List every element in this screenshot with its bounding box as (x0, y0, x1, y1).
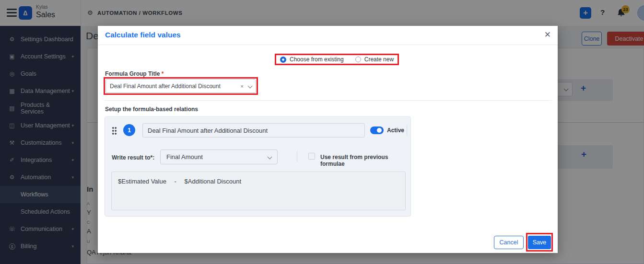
formula-name-input[interactable]: Deal Final Amount after Additional Disco… (142, 123, 365, 138)
formula-expression-box[interactable]: $Estimated Value - $Additional Discount (111, 172, 406, 210)
vertical-divider (297, 151, 297, 162)
chevron-down-icon (248, 84, 253, 89)
active-toggle[interactable] (370, 126, 384, 134)
use-previous-checkbox[interactable] (308, 153, 315, 160)
drag-handle-icon[interactable] (112, 126, 117, 135)
setup-relations-label: Setup the formula-based relations (105, 106, 198, 113)
chevron-down-icon (268, 155, 272, 160)
radio-group-annotation: Choose from existing Create new (275, 54, 399, 65)
radio-choose-existing[interactable] (280, 57, 286, 63)
save-button[interactable]: Save (528, 236, 551, 249)
clear-icon[interactable]: × (241, 83, 244, 89)
expression-right-operand: $Additional Discount (185, 178, 242, 185)
radio-create-new-label[interactable]: Create new (364, 56, 394, 63)
modal-body-divider (105, 100, 552, 101)
radio-create-new[interactable] (355, 57, 361, 62)
formula-card: 1 Deal Final Amount after Additional Dis… (105, 116, 411, 217)
cancel-button[interactable]: Cancel (494, 236, 524, 249)
save-button-annotation: Save (526, 233, 553, 252)
modal-header-divider (98, 45, 558, 45)
radio-choose-existing-label[interactable]: Choose from existing (290, 56, 344, 63)
write-result-label: Write result to*: (112, 154, 154, 161)
calculate-field-values-modal: Calculate field values ✕ Choose from exi… (98, 26, 558, 253)
formula-group-title-annotation: Deal Final Amount after Additional Disco… (104, 77, 258, 95)
formula-group-title-label: Formula Group Title * (105, 70, 164, 77)
formula-group-title-select[interactable]: Deal Final Amount after Additional Disco… (105, 79, 256, 93)
required-asterisk: * (162, 70, 164, 77)
expression-left-operand: $Estimated Value (118, 178, 166, 185)
vertical-divider (407, 125, 407, 136)
close-icon[interactable]: ✕ (544, 30, 551, 40)
active-toggle-label: Active (387, 127, 404, 134)
use-previous-label: Use result from previous formulae (320, 154, 410, 167)
write-result-select[interactable]: Final Amount (160, 149, 278, 164)
formula-index-badge: 1 (123, 124, 135, 136)
expression-operator: - (175, 178, 176, 185)
modal-title: Calculate field values (105, 31, 181, 39)
